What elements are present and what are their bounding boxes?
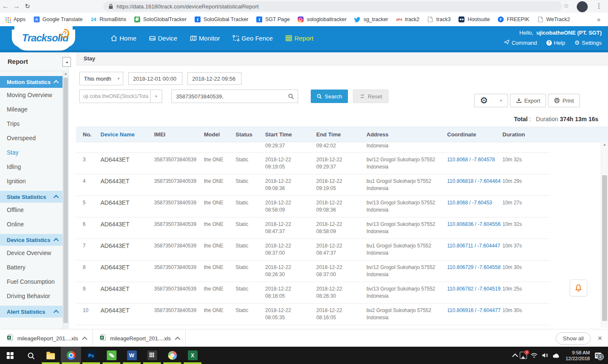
date-to-input[interactable] — [187, 72, 242, 85]
bookmark-track2[interactable]: GPStrack2 — [396, 16, 419, 23]
table-scrollbar[interactable]: ▲ — [601, 141, 608, 328]
bookmark-sologlobal-tracker[interactable]: fSoloGlobal Tracker — [194, 16, 248, 23]
bookmark-sg-tracker[interactable]: sg_tracker — [354, 16, 388, 23]
taskbar-paint-icon[interactable] — [162, 347, 182, 364]
bookmark-track3[interactable]: track3 — [427, 16, 451, 23]
volume-icon[interactable] — [541, 352, 549, 359]
header-link-settings[interactable]: ⚙Settings — [574, 39, 602, 46]
bookmarks-overflow-icon[interactable]: » — [597, 16, 600, 23]
taskbar-coreldraw-icon[interactable] — [101, 347, 122, 364]
period-select[interactable]: This month ▾ — [79, 72, 123, 85]
sidebar-item-stay[interactable]: Stay — [0, 145, 62, 160]
onedrive-cloud-icon[interactable] — [552, 353, 560, 359]
browser-menu-icon[interactable]: ⋮ — [596, 2, 602, 10]
sidebar-item-fuel-consumption[interactable]: Fuel Consumption — [0, 274, 62, 289]
search-button[interactable]: Search — [311, 90, 348, 103]
header-link-command[interactable]: Command — [504, 39, 537, 46]
sidebar-item-driving-behavior[interactable]: Driving Behavior — [0, 289, 62, 303]
taskbar-calculator-icon[interactable] — [142, 347, 162, 364]
sidebar-collapse-button[interactable]: ◂ — [62, 57, 71, 67]
browser-profile-avatar[interactable] — [577, 1, 588, 12]
taskbar-explorer-icon[interactable] — [41, 347, 61, 364]
cell-coordinate-link[interactable]: 110.806711 / -7.604447 — [447, 242, 502, 260]
device-select-caret[interactable]: ▾ — [150, 90, 162, 103]
nav-geo-fence[interactable]: Geo Fence — [233, 35, 273, 42]
bookmark-sologlobaltracker[interactable]: SoloGlobalTracker — [134, 16, 187, 23]
cell-coordinate-link[interactable]: 110.806782 / -7.604519 — [447, 285, 502, 303]
scroll-up-icon[interactable]: ▲ — [63, 71, 68, 77]
sidebar-item-battery[interactable]: Battery — [0, 260, 62, 274]
wifi-icon[interactable] — [530, 352, 538, 359]
nav-monitor[interactable]: Monitor — [190, 35, 220, 42]
date-from-input[interactable] — [128, 72, 182, 85]
address-bar[interactable]: https://data.16180track.com/deviceReport… — [103, 1, 562, 11]
bookmark-rismabitrix[interactable]: 24RismaBitrix — [90, 16, 126, 23]
sidebar-item-mileage[interactable]: Mileage — [0, 102, 62, 117]
back-icon[interactable]: ← — [0, 2, 11, 11]
nav-home[interactable]: Home — [111, 35, 136, 42]
forward-icon[interactable]: → — [11, 2, 22, 11]
tray-expand-icon[interactable] — [512, 353, 516, 358]
download-item[interactable]: XmileageReport_201....xls — [93, 329, 185, 347]
cell-coordinate-link[interactable]: 110.806916 / -7.604477 — [447, 307, 502, 325]
cell-coordinate-link[interactable]: 110.806729 / -7.604558 — [447, 264, 502, 282]
print-button[interactable]: Print — [548, 94, 580, 107]
tab-stay[interactable]: Stay — [76, 52, 103, 65]
export-button[interactable]: Export — [510, 94, 546, 107]
bookmark-apps[interactable]: Apps — [4, 16, 26, 23]
imei-search-input[interactable] — [172, 90, 284, 103]
sidebar-item-trips[interactable]: Trips — [0, 117, 62, 131]
sidebar-section-device-statistics[interactable]: Device Statistics — [0, 234, 62, 246]
chevron-up-icon[interactable] — [82, 337, 87, 342]
bookmark-wetrack2[interactable]: WeTrack2 — [537, 16, 570, 23]
notification-bell-button[interactable] — [570, 280, 587, 296]
bookmark-freepik[interactable]: FFREEPIK — [497, 16, 529, 23]
bookmark-hootsuite[interactable]: Hootsuite — [458, 16, 490, 23]
photos-sync-icon[interactable]: ! — [520, 352, 527, 359]
sidebar-section-alert-statistics[interactable]: Alert Statistics — [0, 306, 62, 318]
nav-report[interactable]: Report — [285, 35, 313, 42]
sidebar-item-overspeed[interactable]: Overspeed — [0, 131, 62, 145]
close-icon[interactable]: × — [597, 334, 602, 343]
download-item[interactable]: XmileageReport_201....xls — [0, 329, 92, 347]
cell-coordinate-link[interactable]: 110.8068 / -7.604578 — [447, 156, 502, 174]
cell-coordinate-link[interactable]: 110.806836 / -7.604556 — [447, 221, 502, 239]
sidebar-section-motion-statistics[interactable]: Motion Statistics — [0, 76, 62, 88]
sidebar-item-device-overview[interactable]: Device Overview — [0, 246, 62, 260]
sidebar-item-offline[interactable]: Offline — [0, 203, 62, 217]
nav-device[interactable]: Device — [149, 35, 177, 42]
bookmark-sologlobaltracker[interactable]: sologlobaltracker — [297, 16, 347, 23]
taskbar-excel-icon[interactable]: X — [182, 347, 203, 364]
taskbar-chrome-icon[interactable] — [61, 347, 81, 364]
sidebar-scroll-thumb[interactable] — [63, 78, 68, 323]
tracksolid-logo[interactable]: Tracksolid — [14, 26, 73, 51]
taskbar-clock[interactable]: 9:58 AM 12/22/2018 — [565, 350, 590, 361]
cell-coordinate-link[interactable]: 110.806818 / -7.604464 — [447, 178, 502, 196]
bookmark-star-icon[interactable]: ☆ — [564, 2, 569, 10]
sidebar-item-online[interactable]: Online — [0, 217, 62, 231]
action-center-icon[interactable]: 2 — [595, 353, 601, 359]
taskbar-search-icon[interactable] — [20, 347, 41, 364]
show-all-button[interactable]: Show all — [556, 332, 591, 345]
sidebar-item-idling[interactable]: Idling — [0, 160, 62, 174]
bookmark-sgt-page[interactable]: fSGT Page — [256, 16, 290, 23]
table-scroll-thumb[interactable] — [602, 175, 607, 321]
reset-button[interactable]: Reset — [353, 90, 388, 103]
sidebar-scrollbar[interactable]: ▲ — [62, 71, 68, 329]
header-link-help[interactable]: ?Help — [546, 39, 565, 46]
device-select[interactable]: uji coba theONE(Stock1/Tota ▾ — [79, 90, 162, 103]
column-settings-button[interactable]: ⚙ ▾ — [474, 94, 508, 107]
sidebar-section-state-statistics[interactable]: State Statistics — [0, 191, 62, 203]
taskbar-word-icon[interactable]: W — [122, 347, 142, 364]
taskbar-start-icon[interactable] — [0, 347, 20, 364]
scroll-up-icon[interactable]: ▲ — [601, 141, 608, 147]
reload-icon[interactable]: ↻ — [22, 3, 33, 10]
column-header-device-name[interactable]: Device Name — [100, 131, 154, 138]
bookmark-google-translate[interactable]: AGoogle Translate — [33, 16, 83, 23]
chevron-up-icon[interactable] — [175, 337, 180, 342]
sidebar-item-moving-overview[interactable]: Moving Overview — [0, 88, 62, 102]
search-icon[interactable] — [284, 90, 298, 103]
cell-coordinate-link[interactable]: 110.8068 / -7.60453 — [447, 199, 502, 217]
sidebar-item-ignition[interactable]: Ignition — [0, 174, 62, 188]
taskbar-photoshop-icon[interactable]: Ps — [81, 347, 101, 364]
